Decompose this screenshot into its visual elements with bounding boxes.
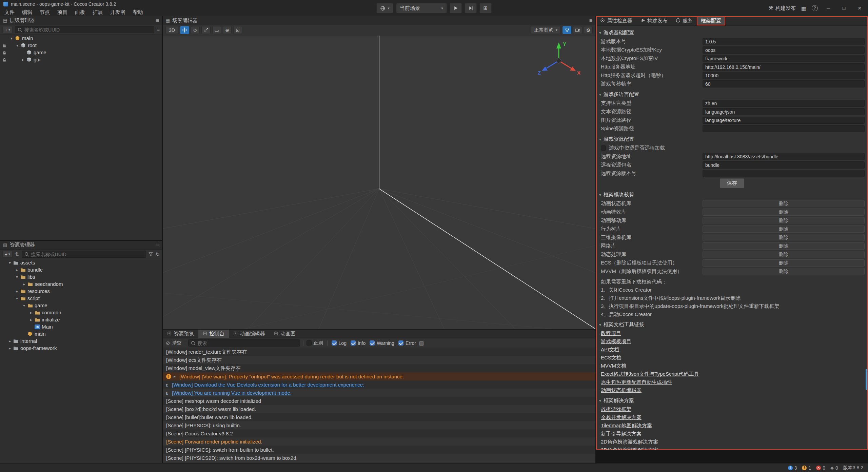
asset-node-seedrandom[interactable]: ▸seedrandom	[0, 280, 162, 288]
create-asset-button[interactable]: +▾	[2, 251, 13, 258]
link-rpg-2d[interactable]: 2D角色扮演游戏解决方案	[601, 439, 658, 445]
log-row[interactable]: [Window] render_texture文件夹存在	[163, 348, 595, 356]
log-row[interactable]: [Scene] [PHYSICS]: using builtin.	[163, 421, 595, 429]
delete-ecs-button[interactable]: 删除	[703, 259, 865, 267]
log-row[interactable]: [Scene] [bullet]:bullet wasm lib loaded.	[163, 413, 595, 421]
log-row[interactable]: [Scene] [PHYSICS]: switch from builtin t…	[163, 446, 595, 454]
checkbox[interactable]	[332, 340, 337, 346]
step-button[interactable]	[465, 3, 477, 13]
rotate-tool-button[interactable]: ⟳	[191, 26, 200, 34]
expand-arrow-icon[interactable]: ▸	[21, 282, 27, 287]
hierarchy-search-input[interactable]	[24, 27, 152, 33]
link-excel-tool[interactable]: Excel格式转Json文件与TypeScript代码工具	[601, 371, 699, 377]
asset-node-common[interactable]: ▸common	[0, 309, 162, 316]
refresh-icon[interactable]: ↻	[155, 251, 160, 257]
filter-icon[interactable]	[149, 252, 153, 256]
filter-正则[interactable]: 正则	[307, 340, 323, 346]
input-crypto-key[interactable]	[703, 46, 865, 54]
delete-dynamic-button[interactable]: 删除	[703, 251, 865, 258]
section-header[interactable]: ▾框架模块裁剪	[596, 190, 868, 199]
panel-menu-icon[interactable]: ≡	[589, 18, 592, 24]
expand-arrow-icon[interactable]: ▾	[21, 303, 27, 308]
input-text-path[interactable]	[703, 108, 865, 115]
menu-extension[interactable]: 扩展	[89, 9, 106, 16]
panel-menu-icon[interactable]: ≡	[156, 242, 159, 248]
link-api-doc[interactable]: API文档	[601, 347, 619, 353]
inspector-tab-build[interactable]: 构建发布	[636, 16, 672, 25]
asset-node-Main[interactable]: TSMain	[0, 323, 162, 330]
expand-arrow-icon[interactable]: ▾	[15, 43, 20, 48]
maximize-button[interactable]: □	[839, 5, 849, 11]
input-texture-path[interactable]	[703, 117, 865, 124]
section-header[interactable]: ▾游戏资源配置	[596, 135, 868, 144]
build-publish-button[interactable]: ⚒ 构建发布	[768, 5, 795, 12]
link-animator-editor[interactable]: 动画状态机编辑器	[601, 387, 642, 394]
inspector-tab-frame-config[interactable]: 框架配置	[697, 16, 725, 25]
asset-node-oops-framework[interactable]: ▸oops-framework	[0, 345, 162, 352]
checkbox[interactable]	[307, 340, 312, 346]
section-header[interactable]: ▾框架解决方案	[596, 396, 868, 405]
input-spine-path[interactable]	[703, 125, 865, 132]
section-header[interactable]: ▾框架文档工具链接	[596, 320, 868, 329]
input-fps[interactable]	[703, 80, 865, 87]
link-full-stack[interactable]: 全栈开发解决方案	[601, 414, 642, 421]
clear-console-button[interactable]: ⊘ 清空	[166, 340, 182, 346]
console-tab-资源预览[interactable]: 资源预览	[163, 330, 198, 338]
hierarchy-node-root[interactable]: ▾root	[0, 42, 162, 49]
expand-arrow-icon[interactable]: ▸	[166, 382, 170, 387]
panel-menu-icon[interactable]: ≡	[156, 18, 159, 24]
hierarchy-node-main[interactable]: ▾main	[0, 35, 162, 42]
console-tab-动画图[interactable]: 动画图	[270, 330, 300, 338]
console-tab-控制台[interactable]: 控制台	[198, 330, 229, 338]
rect-tool-button[interactable]: ▭	[212, 26, 221, 34]
expand-arrow-icon[interactable]: ▸	[28, 310, 34, 315]
link-template[interactable]: 游戏模板项目	[601, 338, 631, 345]
filter-Warning[interactable]: Warning	[370, 340, 394, 346]
input-remote-url[interactable]	[703, 153, 865, 160]
link-rpg-3d[interactable]: 3D角色扮演游戏解决方案	[601, 447, 658, 450]
asset-node-main[interactable]: main	[0, 330, 162, 337]
expand-arrow-icon[interactable]: ▾	[7, 260, 13, 265]
filter-icon[interactable]: ≡	[157, 27, 160, 33]
asset-node-game[interactable]: ▾game	[0, 302, 162, 309]
close-button[interactable]: ✕	[854, 5, 865, 11]
log-row[interactable]: [Scene] [PHYSICS2D]: switch from box2d-w…	[163, 454, 595, 462]
delete-mvvm-button[interactable]: 删除	[703, 268, 865, 275]
menu-developer[interactable]: 开发者	[106, 9, 129, 16]
inspector-tab-service[interactable]: 服务	[672, 16, 697, 25]
input-languages[interactable]	[703, 100, 865, 107]
snap-tool-button[interactable]: ⊡	[233, 26, 242, 34]
checkbox[interactable]	[351, 340, 356, 346]
asset-node-internal[interactable]: ▸internal	[0, 337, 162, 345]
log-row[interactable]: [Window] ecs文件夹存在	[163, 356, 595, 364]
log-row[interactable]: [Scene] [box2d]:box2d wasm lib loaded.	[163, 405, 595, 413]
status-log-count[interactable]: i 3	[788, 465, 797, 471]
menu-project[interactable]: 项目	[54, 9, 71, 16]
link-hot-update-plugin[interactable]: 原生包热更新配置自动生成插件	[601, 379, 672, 386]
assets-search-input[interactable]	[31, 252, 144, 257]
sort-icon[interactable]: ⇅	[15, 251, 19, 257]
layout-icon[interactable]: ▦	[801, 5, 806, 12]
expand-arrow-icon[interactable]: ▸	[166, 390, 170, 395]
view-mode-select[interactable]: 正常浏览 ▾	[531, 26, 561, 34]
asset-node-libs[interactable]: ▾libs	[0, 273, 162, 280]
export-log-icon[interactable]: ▤	[419, 340, 424, 346]
expand-arrow-icon[interactable]: ▸	[7, 339, 13, 343]
hierarchy-node-gui[interactable]: ▸gui	[0, 56, 162, 63]
input-remote-version[interactable]	[703, 170, 865, 177]
expand-arrow-icon[interactable]: ▾	[9, 36, 14, 41]
section-header[interactable]: ▾游戏基础配置	[596, 28, 868, 37]
delete-camera-button[interactable]: 删除	[703, 234, 865, 241]
log-row[interactable]: ▸[Window] Download the Vue Devtools exte…	[163, 380, 595, 389]
delete-effect-button[interactable]: 删除	[703, 209, 865, 216]
create-node-button[interactable]: +▾	[2, 26, 13, 33]
expand-arrow-icon[interactable]: ▾	[14, 296, 20, 301]
minimize-button[interactable]: ─	[823, 5, 833, 11]
console-tab-动画编辑器[interactable]: 动画编辑器	[229, 330, 270, 338]
hierarchy-node-game[interactable]: game	[0, 49, 162, 56]
delete-animator-button[interactable]: 删除	[703, 200, 865, 207]
log-row[interactable]: [Scene] Forward render pipeline initiali…	[163, 437, 595, 446]
expand-arrow-icon[interactable]: ▸	[7, 346, 13, 351]
expand-arrow-icon[interactable]: ▸	[14, 268, 20, 272]
pivot-tool-button[interactable]: ⊕	[223, 26, 232, 34]
